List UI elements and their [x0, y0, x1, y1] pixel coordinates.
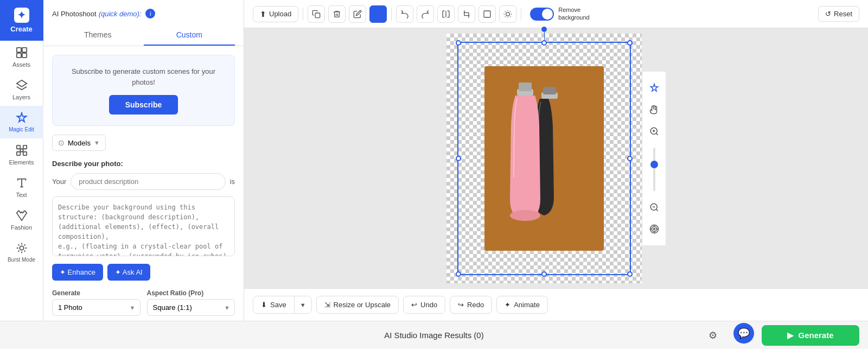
upload-button[interactable]: ⬆ Upload — [253, 6, 298, 22]
slider-thumb[interactable] — [650, 161, 658, 168]
toolbar-divider-3 — [521, 8, 521, 21]
create-label: Create — [10, 25, 32, 33]
subscribe-box: Subscribe to generate custom scenes for … — [52, 55, 235, 126]
models-chevron-icon: ▼ — [94, 139, 100, 146]
reset-button[interactable]: ↺ Reset — [818, 6, 859, 22]
upload-icon: ⬆ — [260, 10, 266, 18]
aspect-ratio-option: Aspect Ratio (Pro) Square (1:1) Portrait… — [147, 289, 235, 316]
svg-marker-4 — [16, 80, 26, 87]
remove-bg-label: Remove background — [558, 7, 590, 21]
svg-rect-11 — [315, 13, 320, 18]
subscribe-button[interactable]: Subscribe — [109, 95, 178, 115]
ask-ai-button[interactable]: ✦ Ask AI — [107, 264, 150, 281]
svg-rect-13 — [484, 11, 490, 17]
magic-edit-label: Magic Edit — [9, 126, 34, 133]
sidebar-item-layers[interactable]: Layers — [0, 73, 43, 106]
layers-label: Layers — [12, 94, 30, 100]
main-area: ⬆ Upload — [244, 0, 868, 321]
upload-label: Upload — [269, 10, 291, 18]
panel-header: AI Photoshoot (quick demo): i Themes Cus… — [43, 0, 244, 46]
redo-button[interactable]: ↪ Redo — [450, 296, 492, 314]
frame-button[interactable] — [478, 5, 496, 23]
undo-label: Undo — [420, 301, 437, 309]
svg-point-5 — [20, 149, 23, 152]
zoom-in-right-button[interactable] — [644, 122, 664, 141]
footer: AI Studio Image Results (0) ⚙ ▶ Generate… — [0, 321, 868, 349]
models-button[interactable]: ⊙ Models ▼ — [52, 135, 106, 151]
create-button[interactable]: ✦ Create — [0, 0, 43, 41]
generate-count-select[interactable]: 1 Photo 2 Photos 4 Photos — [53, 300, 140, 315]
animate-icon: ✦ — [505, 301, 510, 309]
resize-icon: ⇲ — [324, 301, 330, 309]
svg-rect-7 — [23, 145, 26, 149]
undo-button[interactable]: ↩ Undo — [403, 296, 445, 314]
edit-button[interactable] — [349, 5, 366, 23]
generate-count-option: Generate 1 Photo 2 Photos 4 Photos ▼ — [52, 289, 141, 316]
svg-rect-8 — [16, 152, 20, 155]
product-description-input[interactable] — [71, 173, 225, 190]
sparkle-button[interactable] — [644, 78, 664, 98]
pink-bottle — [510, 83, 540, 221]
toolbar-divider-1 — [303, 8, 303, 21]
redo-toolbar-button[interactable] — [417, 5, 434, 23]
sidebar-item-burst-mode[interactable]: Burst Mode — [0, 236, 43, 269]
svg-point-37 — [653, 228, 655, 230]
save-button[interactable]: ⬇ Save — [253, 296, 294, 313]
toolbar-divider-2 — [391, 8, 392, 21]
color-fill-button[interactable] — [369, 5, 387, 23]
brightness-button[interactable] — [499, 5, 516, 23]
text-icon — [15, 176, 28, 189]
panel-body: Subscribe to generate custom scenes for … — [43, 46, 244, 321]
save-dropdown-button[interactable]: ▼ — [294, 296, 311, 313]
animate-button[interactable]: ✦ Animate — [496, 296, 548, 314]
copy-button[interactable] — [308, 5, 325, 23]
tab-custom[interactable]: Custom — [144, 25, 235, 46]
tab-themes[interactable]: Themes — [52, 25, 144, 46]
product-image-area — [484, 66, 604, 251]
hand-tool-button[interactable] — [644, 100, 664, 119]
models-label: Models — [68, 139, 91, 147]
remove-bg-toggle[interactable]: Remove background — [530, 7, 590, 21]
flip-button[interactable] — [437, 5, 455, 23]
canvas-area — [244, 28, 868, 288]
undo-toolbar-button[interactable] — [396, 5, 413, 23]
aspect-ratio-select[interactable]: Square (1:1) Portrait (4:5) Landscape (1… — [148, 300, 235, 315]
describe-label: Describe your photo: — [52, 160, 235, 168]
generate-options: Generate 1 Photo 2 Photos 4 Photos ▼ Asp… — [52, 289, 235, 316]
generate-footer-button[interactable]: ▶ Generate — [762, 325, 859, 346]
target-button[interactable] — [644, 219, 664, 239]
generate-select-wrapper: 1 Photo 2 Photos 4 Photos ▼ — [52, 299, 141, 316]
product-row: Your is — [52, 173, 235, 190]
assets-icon — [15, 46, 28, 59]
enhance-button[interactable]: ✦ Enhance — [52, 264, 103, 281]
sidebar-item-elements[interactable]: Elements — [0, 138, 43, 171]
zoom-out-right-button[interactable] — [644, 198, 664, 217]
aspect-ratio-label: Aspect Ratio (Pro) — [147, 289, 235, 297]
info-icon[interactable]: i — [145, 9, 155, 18]
background-description-textarea[interactable] — [52, 196, 235, 256]
settings-gear-button[interactable]: ⚙ — [704, 327, 722, 344]
chat-widget[interactable]: 💬 — [733, 323, 754, 344]
save-label: Save — [270, 301, 286, 309]
zoom-slider[interactable] — [653, 148, 655, 191]
chat-icon[interactable]: 💬 — [733, 323, 754, 344]
crop-button[interactable] — [458, 5, 475, 23]
sidebar-item-assets[interactable]: Assets — [0, 41, 43, 73]
footer-title: AI Studio Image Results (0) — [384, 331, 483, 340]
fashion-icon — [15, 209, 28, 222]
elements-icon — [15, 144, 28, 157]
sidebar-item-magic-edit[interactable]: Magic Edit — [0, 106, 43, 138]
svg-line-21 — [505, 16, 506, 17]
product-suffix: is — [230, 177, 235, 186]
resize-upscale-button[interactable]: ⇲ Resize or Upscale — [316, 296, 399, 314]
sidebar-item-text[interactable]: Text — [0, 171, 43, 204]
delete-button[interactable] — [328, 5, 346, 23]
svg-rect-2 — [16, 53, 21, 58]
sidebar-item-fashion[interactable]: Fashion — [0, 204, 43, 236]
magic-edit-icon — [15, 111, 28, 124]
models-icon: ⊙ — [58, 138, 65, 147]
svg-point-14 — [506, 12, 510, 16]
left-sidebar: ✦ Create Assets Layers — [0, 0, 43, 321]
svg-rect-9 — [23, 152, 26, 155]
toggle-switch[interactable] — [530, 8, 554, 21]
